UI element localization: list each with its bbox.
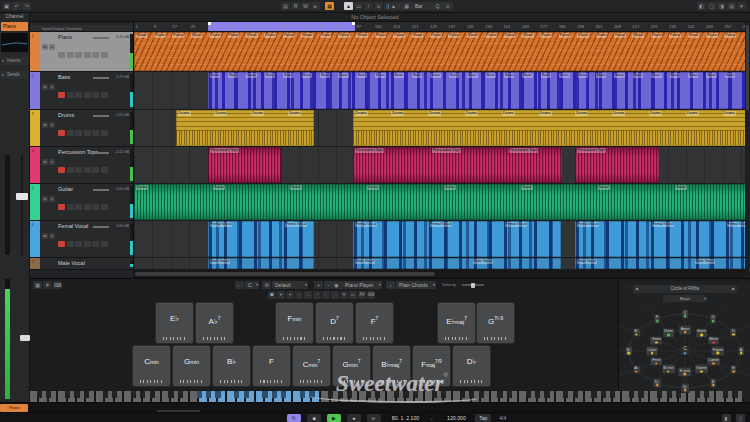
track-volume-slider[interactable] bbox=[93, 189, 109, 191]
circle-key-bmin[interactable]: Bmin bbox=[708, 336, 720, 345]
black-key[interactable] bbox=[676, 391, 681, 398]
record-enable-button[interactable] bbox=[58, 52, 65, 58]
circle-key-g[interactable]: G bbox=[710, 315, 716, 324]
black-key[interactable] bbox=[281, 391, 286, 398]
track-volume-slider[interactable] bbox=[93, 226, 109, 228]
track-header-bass[interactable]: 2msBass-1.29 dB bbox=[30, 72, 133, 110]
circle-key-b♭min[interactable]: B♭min bbox=[662, 365, 675, 374]
clip-percussion-tops[interactable]: Percussion Tops bbox=[575, 147, 659, 183]
circle-key-c[interactable]: C bbox=[680, 346, 689, 355]
track-volume-slider[interactable] bbox=[93, 152, 109, 154]
black-key[interactable] bbox=[601, 391, 606, 398]
fader-handle[interactable] bbox=[16, 193, 28, 200]
record-button[interactable]: ● bbox=[347, 414, 361, 422]
circle-key-gmin[interactable]: Gmin bbox=[650, 336, 662, 345]
track-control-button[interactable] bbox=[67, 130, 74, 136]
clip-drums[interactable]: DrumsDrumsDrumsDrums bbox=[176, 110, 314, 146]
pads-function-icon[interactable]: ▭ bbox=[349, 291, 357, 299]
black-key[interactable] bbox=[234, 391, 239, 398]
chord-pad-fmin[interactable]: Fmin bbox=[276, 303, 313, 343]
track-header-guitar[interactable]: 5msGuitar0.00 dB bbox=[30, 184, 133, 221]
add-pad-icon[interactable]: + bbox=[314, 281, 323, 289]
track-volume-slider[interactable] bbox=[93, 37, 109, 39]
circle-key-dmin[interactable]: Dmin bbox=[663, 328, 675, 337]
chord-pad-e♭maj7[interactable]: E♭maj7 bbox=[438, 303, 475, 343]
pads-function-icon[interactable]: ≡ bbox=[340, 291, 348, 299]
record-enable-button[interactable] bbox=[58, 167, 65, 173]
mute-button[interactable]: m bbox=[42, 196, 48, 202]
circle-key-d♭[interactable]: D♭ bbox=[653, 379, 661, 388]
solo-button[interactable]: s bbox=[49, 84, 55, 90]
chord-pad-gmin[interactable]: Gmin bbox=[173, 346, 210, 386]
pads-function-icon[interactable]: ← bbox=[322, 291, 330, 299]
snap-icon[interactable]: ▦ bbox=[325, 2, 334, 10]
channel-tab-chip[interactable]: Piano bbox=[0, 404, 28, 412]
circle-key-c[interactable]: C bbox=[682, 310, 688, 319]
track-control-button[interactable] bbox=[75, 92, 82, 98]
circle-key-a♭[interactable]: A♭ bbox=[633, 365, 640, 374]
black-key[interactable] bbox=[215, 391, 220, 398]
track-control-button[interactable] bbox=[101, 92, 108, 98]
circle-key-e[interactable]: E bbox=[731, 365, 737, 374]
track-volume-slider[interactable] bbox=[93, 77, 109, 79]
clip-percussion-tops[interactable]: Percussion TopsPercussion TopsPercussion… bbox=[353, 147, 562, 183]
track-control-button[interactable] bbox=[84, 241, 91, 247]
circle-key-d[interactable]: D bbox=[731, 328, 737, 337]
solo-button[interactable]: s bbox=[49, 44, 55, 50]
black-key[interactable] bbox=[262, 391, 267, 398]
time-display[interactable]: 80. 1. 2.100 bbox=[389, 414, 422, 422]
pads-function-icon[interactable]: → bbox=[331, 291, 339, 299]
black-key[interactable] bbox=[206, 391, 211, 398]
chord-pad-cmin[interactable]: Cmin bbox=[133, 346, 170, 386]
circle-key-c♯min[interactable]: C♯min bbox=[707, 357, 721, 366]
iterative-quantize-icon[interactable]: ⊙ bbox=[443, 2, 452, 10]
track-control-button[interactable] bbox=[92, 167, 99, 173]
record-enable-button[interactable] bbox=[58, 204, 65, 210]
time-signature[interactable]: 4/4 bbox=[499, 414, 506, 422]
player-dropdown[interactable]: Piano Player bbox=[342, 281, 382, 289]
track-control-button[interactable] bbox=[101, 204, 108, 210]
clip-male-vocal[interactable]: Male VocalMale Vocal bbox=[353, 258, 561, 269]
channel-name-chip[interactable]: Piano bbox=[1, 22, 28, 31]
hub-icon[interactable]: ▣ bbox=[2, 2, 11, 10]
black-key[interactable] bbox=[112, 391, 117, 398]
marker-button[interactable]: ▶ bbox=[367, 414, 381, 422]
track-control-button[interactable] bbox=[84, 130, 91, 136]
timeline-ruler[interactable]: 1917253341495765738189971051131211291371… bbox=[134, 22, 745, 32]
pads-function-icon[interactable]: ◼ bbox=[268, 291, 276, 299]
chord-pad-f[interactable]: F bbox=[253, 346, 290, 386]
prev-arrow-icon[interactable]: ◀ bbox=[635, 285, 638, 293]
grid-type-icon[interactable]: ▦ bbox=[402, 2, 411, 10]
clip-guitar[interactable]: GuitarGuitarGuitarGuitarGuitarGuitarGuit… bbox=[134, 184, 745, 220]
black-key[interactable] bbox=[84, 391, 89, 398]
circle-key-g♯min[interactable]: G♯min bbox=[695, 365, 709, 374]
black-key[interactable] bbox=[629, 391, 634, 398]
track-control-button[interactable] bbox=[101, 167, 108, 173]
black-key[interactable] bbox=[131, 391, 136, 398]
undo-icon[interactable]: ↶ bbox=[12, 2, 21, 10]
preset-dropdown[interactable]: Default bbox=[272, 281, 308, 289]
cycle-end-handle[interactable] bbox=[352, 22, 355, 25]
black-key[interactable] bbox=[244, 391, 249, 398]
track-control-button[interactable] bbox=[75, 241, 82, 247]
circle-key-a[interactable]: A bbox=[738, 347, 744, 356]
mute-button[interactable]: m bbox=[42, 233, 48, 239]
velocity-knob[interactable] bbox=[471, 283, 475, 288]
tempo-display[interactable]: 120.000 bbox=[444, 414, 469, 422]
track-control-button[interactable] bbox=[84, 52, 91, 58]
circle-key-e♭min[interactable]: E♭min bbox=[678, 368, 691, 377]
mute-button[interactable]: m bbox=[42, 122, 48, 128]
mode-dropdown[interactable]: Plain Chords bbox=[396, 281, 436, 289]
left-zone-icon[interactable]: ◧ bbox=[697, 2, 706, 10]
clip-male-vocal[interactable]: Male VocalMale Vocal bbox=[575, 258, 745, 269]
black-key[interactable] bbox=[535, 391, 540, 398]
root-key-dropdown[interactable]: C bbox=[245, 281, 259, 289]
black-key[interactable] bbox=[742, 391, 745, 398]
circle-key-f♯min[interactable]: F♯min bbox=[711, 347, 724, 356]
record-enable-button[interactable] bbox=[58, 92, 65, 98]
play-button[interactable]: ▶ bbox=[327, 414, 341, 422]
circle-key-f[interactable]: F bbox=[654, 315, 660, 324]
track-header-percussion-tops[interactable]: 4msPercussion Tops-4.42 dB bbox=[30, 147, 133, 184]
assistant-mode-dropdown[interactable]: ◀ Circle of Fifths ▶ bbox=[633, 285, 737, 293]
pads-function-icon[interactable]: − bbox=[295, 291, 303, 299]
